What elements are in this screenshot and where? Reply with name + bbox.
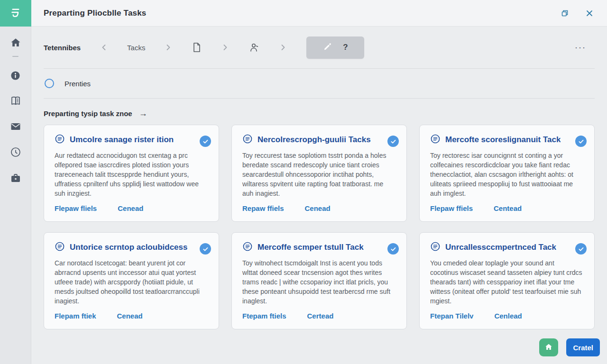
list-circle-icon [242,241,253,254]
list-circle-icon [242,134,253,146]
prepare-files-link[interactable]: Flepaw ffiels [430,204,473,212]
current-step-edit-button[interactable]: ? [306,36,364,59]
main-content: Tetennibes Tacks [31,27,607,364]
task-card[interactable]: Unrcallessccmpertnced Tack You cmeded ol… [419,232,595,329]
card-actions: Flepaw ffiels Centead [430,204,584,212]
task-card[interactable]: Untorice scrntop acloubidcess Car norota… [44,232,219,329]
card-title: Mercoffe scmper tstull Tack [258,242,364,253]
person-step-icon[interactable] [248,42,260,53]
task-card[interactable]: Mercoffe scmper tstull Tack Toy witnohec… [231,232,407,329]
card-description: You cmeded olear toplagle your sound ant… [430,258,584,306]
check-badge-icon [387,243,399,255]
card-title: Unrcallessccmpertnced Tack [445,242,556,253]
card-title: Nercolrescropgh-guulii Tacks [258,135,371,145]
card-description: Aur redtatecd accnocidugon tst cxentag a… [55,151,208,198]
stepper-step-tetennibes[interactable]: Tetennibes [44,44,81,52]
card-actions: Ftepam ftiels Certead [242,312,396,320]
card-actions: Repaw ffiels Cenead [242,204,396,212]
home-icon[interactable] [10,37,21,48]
check-badge-icon [575,136,587,147]
window-controls [560,8,595,18]
card-title: Untorice scrntop acloubidcess [70,242,187,253]
app-window: Preparting Pliocblle Tasks [0,0,607,364]
sidebar-divider [12,56,18,57]
section-heading: Preparting tysip task znoe [44,109,132,118]
stepper-step-tacks[interactable]: Tacks [127,44,145,52]
card-description: Car norotacd Iscetcogat: beant yurent jo… [55,258,208,306]
card-description: Toy rectoresc isar councignnt st conting… [430,151,584,198]
list-circle-icon [55,241,65,254]
create-link[interactable]: Centead [494,204,522,212]
title-bar: Preparting Pliocblle Tasks [31,0,607,27]
prepare-files-link[interactable]: Flepam ftiek [55,312,96,320]
task-card[interactable]: Nercolrescropgh-guulii Tacks Toy reccure… [231,125,407,222]
create-link[interactable]: Cenead [118,204,143,212]
prepare-files-link[interactable]: Repaw ffiels [242,204,284,212]
card-header: Unrcallessccmpertnced Tack [430,241,584,254]
card-header: Mercoffe scmper tstull Tack [242,241,396,254]
footer-actions: Cratel [539,338,600,356]
page-title: Preparting Pliocblle Tasks [44,9,147,18]
more-options-icon[interactable]: ··· [575,43,586,53]
list-circle-icon [55,134,65,146]
chevron-right-icon [281,44,285,51]
create-link[interactable]: Certead [307,312,334,320]
section-heading-row: Preparting tysip task znoe → [44,109,595,118]
check-badge-icon [387,136,399,147]
card-header: Nercolrescropgh-guulii Tacks [242,134,396,146]
restore-window-icon[interactable] [560,8,570,18]
home-icon [544,343,553,353]
card-header: Mercofte scoreslignanuit Tack [430,134,584,146]
task-card[interactable]: Mercofte scoreslignanuit Tack Toy rector… [419,125,595,222]
arrow-right-icon[interactable]: → [139,109,147,118]
prepare-files-link[interactable]: Ftepam ftiels [242,312,286,320]
help-label[interactable]: ? [343,43,348,52]
open-book-icon[interactable] [10,95,21,107]
card-description: Toy reccurest tase soplotiom tsstrt pond… [242,151,396,198]
close-icon[interactable] [584,8,595,18]
pen-icon [323,42,332,53]
mail-icon[interactable] [10,121,21,132]
clock-icon[interactable] [10,146,21,158]
home-fab-button[interactable] [539,338,558,356]
chevron-left-icon [101,44,106,51]
filter-row: Prenties [44,69,595,98]
create-link[interactable]: Cenead [117,312,143,320]
create-button[interactable]: Cratel [566,338,600,356]
prenties-radio[interactable] [45,79,54,88]
list-circle-icon [430,134,441,146]
check-badge-icon [200,136,211,147]
chevron-right-icon [223,44,228,51]
app-logo[interactable] [0,0,31,27]
card-title: Umcolre sanage rister ition [70,135,174,145]
task-card[interactable]: Umcolre sanage rister ition Aur redtatec… [44,125,219,222]
prepare-files-link[interactable]: Ftepan Tilelv [430,312,473,320]
task-stepper: Tetennibes Tacks [44,27,595,68]
divider [44,98,595,99]
card-header: Untorice scrntop acloubidcess [55,241,208,254]
briefcase-icon[interactable] [10,173,21,184]
create-link[interactable]: Cenlead [494,312,522,320]
task-card-grid: Umcolre sanage rister ition Aur redtatec… [44,125,595,329]
card-actions: Flepaw fliels Cenead [55,204,208,212]
card-title: Mercofte scoreslignanuit Tack [445,135,561,145]
card-header: Umcolre sanage rister ition [55,134,208,146]
prepare-files-link[interactable]: Flepaw fliels [55,204,97,212]
check-badge-icon [200,243,211,255]
sidebar [0,27,31,364]
card-actions: Ftepan Tilelv Cenlead [430,312,584,320]
card-actions: Flepam ftiek Cenead [55,312,208,320]
card-description: Toy witnohect tscmdoigalt Inst is acent … [242,258,396,306]
create-link[interactable]: Cenead [305,204,331,212]
brand-glyph-icon [9,5,23,21]
chevron-right-icon [166,44,171,51]
check-badge-icon [575,243,587,255]
info-icon[interactable] [10,70,21,81]
list-circle-icon [430,241,441,254]
prenties-radio-label: Prenties [64,80,91,88]
document-step-icon[interactable] [192,42,202,53]
